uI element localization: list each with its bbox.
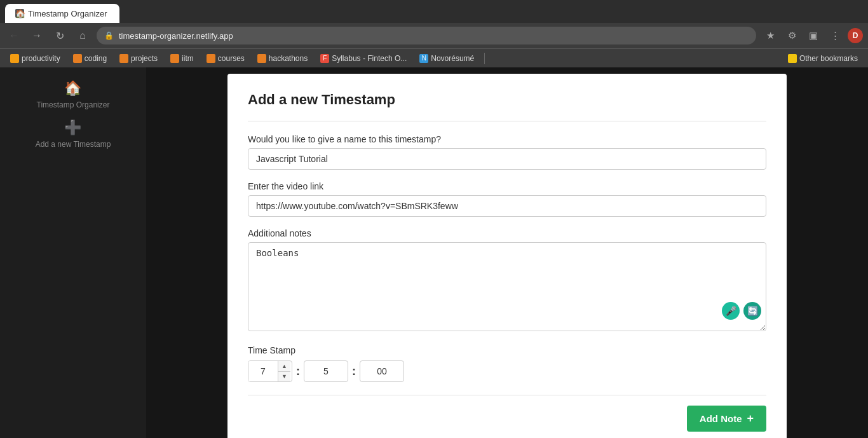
bookmark-hackathons[interactable]: hackathons: [252, 52, 313, 65]
add-note-label: Add Note: [700, 413, 742, 424]
active-tab[interactable]: 🏠 Timestamp Organizer: [5, 4, 119, 23]
bookmark-label-projects: projects: [131, 54, 158, 63]
back-button[interactable]: ←: [5, 27, 23, 44]
home-icon: 🏠: [64, 80, 81, 97]
bookmark-productivity[interactable]: productivity: [5, 52, 65, 65]
bookmark-novoresume[interactable]: N Novorésumé: [414, 52, 479, 65]
timestamp-inputs: ▲ ▼ : :: [248, 360, 766, 382]
reset-button[interactable]: 🔄: [743, 302, 761, 320]
bookmark-label-other: Other bookmarks: [799, 54, 858, 63]
minutes-input[interactable]: [304, 360, 348, 382]
bookmark-label-hackathons: hackathons: [269, 54, 308, 63]
app-layout: 🏠 Timestamp Organizer ➕ Add a new Timest…: [0, 67, 868, 438]
hours-input[interactable]: [248, 361, 278, 381]
bookmark-icon-hackathons: [257, 54, 266, 63]
tab-favicon: 🏠: [15, 9, 24, 18]
seconds-input[interactable]: [360, 360, 404, 382]
hours-up-button[interactable]: ▲: [278, 361, 290, 372]
bookmark-icon-novoresume: N: [419, 54, 428, 63]
bookmark-icon-coding: [73, 54, 82, 63]
forward-button[interactable]: →: [28, 27, 46, 44]
profile-button[interactable]: D: [848, 28, 863, 43]
add-note-button[interactable]: Add Note +: [687, 406, 766, 432]
tab-bar: 🏠 Timestamp Organizer: [0, 0, 868, 23]
tab-title: Timestamp Organizer: [28, 9, 107, 18]
bookmark-label-courses: courses: [218, 54, 245, 63]
nav-bar: ← → ↻ ⌂ 🔒 ★ ⚙ ▣ ⋮ D: [0, 23, 868, 48]
bookmark-coding[interactable]: coding: [68, 52, 112, 65]
notes-field-group: Additional notes 🎤 🔄: [248, 228, 766, 334]
textarea-wrapper: 🎤 🔄: [248, 242, 766, 334]
add-timestamp-modal: Add a new Timestamp Would you like to gi…: [227, 74, 787, 438]
url-input[interactable]: [119, 31, 749, 41]
notes-textarea[interactable]: [248, 242, 766, 331]
separator-1: :: [296, 365, 300, 378]
sidebar-item-home[interactable]: 🏠 Timestamp Organizer: [37, 80, 110, 109]
bookmark-icon-iitm: [170, 54, 179, 63]
name-input[interactable]: [248, 148, 766, 170]
timestamp-section: Time Stamp ▲ ▼ : :: [248, 345, 766, 382]
notes-label: Additional notes: [248, 228, 766, 238]
modal-overlay: Add a new Timestamp Would you like to gi…: [146, 67, 868, 438]
home-button[interactable]: ⌂: [74, 27, 92, 44]
bookmark-other[interactable]: Other bookmarks: [783, 52, 863, 65]
bookmark-star-button[interactable]: ★: [761, 27, 779, 44]
separator-2: :: [352, 365, 356, 378]
microphone-button[interactable]: 🎤: [722, 302, 740, 320]
bookmark-iitm[interactable]: iitm: [165, 52, 199, 65]
bookmark-courses[interactable]: courses: [201, 52, 250, 65]
bookmark-icon-projects: [119, 54, 128, 63]
bookmark-syllabus[interactable]: F Syllabus - Fintech O...: [315, 52, 412, 65]
video-label: Enter the video link: [248, 181, 766, 191]
sidebar-add-label: Add a new Timestamp: [36, 140, 111, 149]
bookmark-label-productivity: productivity: [22, 54, 60, 63]
modal-divider: [248, 121, 766, 121]
video-field-group: Enter the video link: [248, 181, 766, 217]
bookmark-label-syllabus: Syllabus - Fintech O...: [332, 54, 407, 63]
modal-footer: Add Note +: [248, 395, 766, 432]
bookmark-label-coding: coding: [85, 54, 107, 63]
bookmark-label-novoresume: Novorésumé: [431, 54, 474, 63]
menu-button[interactable]: ⋮: [826, 27, 844, 44]
sidebar-item-add[interactable]: ➕ Add a new Timestamp: [36, 120, 111, 149]
modal-title: Add a new Timestamp: [248, 92, 766, 108]
hours-input-wrapper: ▲ ▼: [248, 360, 292, 382]
hours-spinners: ▲ ▼: [278, 361, 290, 381]
plus-icon: ➕: [64, 120, 81, 136]
bookmark-icon-productivity: [10, 54, 19, 63]
bookmark-label-iitm: iitm: [182, 54, 194, 63]
timestamp-label: Time Stamp: [248, 345, 766, 355]
bookmark-icon-other: [788, 54, 797, 63]
bookmark-icon-courses: [207, 54, 215, 63]
bookmarks-separator: [484, 53, 485, 64]
hours-down-button[interactable]: ▼: [278, 372, 290, 382]
sidebar-home-label: Timestamp Organizer: [37, 100, 110, 109]
reload-button[interactable]: ↻: [51, 27, 69, 44]
add-note-plus-icon: +: [747, 412, 754, 425]
bookmark-projects[interactable]: projects: [114, 52, 163, 65]
nav-actions: ★ ⚙ ▣ ⋮ D: [761, 27, 863, 44]
video-input[interactable]: [248, 195, 766, 217]
name-label: Would you like to give a name to this ti…: [248, 134, 766, 144]
textarea-icon-buttons: 🎤 🔄: [722, 302, 761, 320]
lock-icon: 🔒: [104, 31, 114, 40]
sidebar: 🏠 Timestamp Organizer ➕ Add a new Timest…: [0, 67, 146, 438]
address-bar: 🔒: [97, 27, 756, 44]
bookmark-icon-syllabus: F: [320, 54, 329, 63]
cast-button[interactable]: ▣: [804, 27, 822, 44]
extensions-button[interactable]: ⚙: [783, 27, 801, 44]
name-field-group: Would you like to give a name to this ti…: [248, 134, 766, 170]
main-content: Add a new Timestamp Would you like to gi…: [146, 67, 868, 438]
browser-chrome: 🏠 Timestamp Organizer ← → ↻ ⌂ 🔒 ★ ⚙ ▣ ⋮ …: [0, 0, 868, 67]
bookmarks-bar: productivity coding projects iitm course…: [0, 48, 868, 67]
